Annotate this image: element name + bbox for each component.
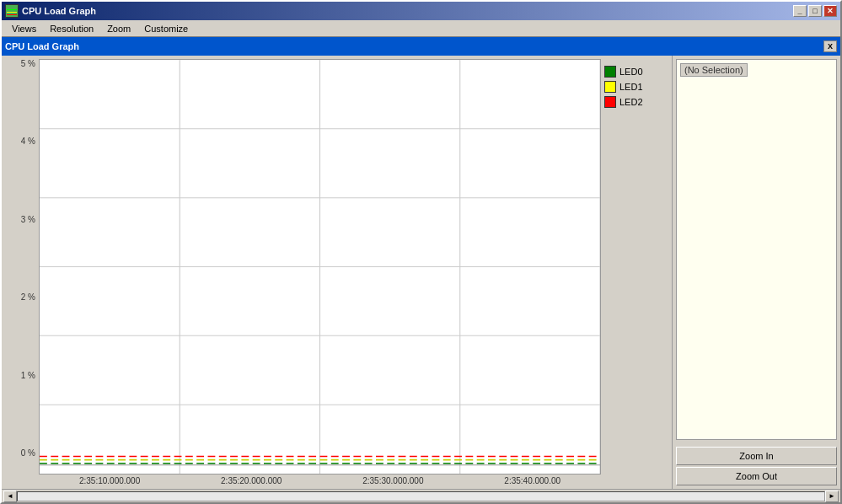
legend-color-led2 — [604, 96, 616, 108]
minimize-button[interactable]: _ — [793, 5, 807, 17]
x-label-1: 2:35:20.000.000 — [221, 476, 282, 485]
y-label-3: 3 % — [21, 215, 35, 224]
legend-color-led0 — [604, 66, 616, 78]
legend-item-led2: LED2 — [604, 96, 665, 108]
graph-container: 5 % 4 % 3 % 2 % 1 % 0 % — [2, 56, 672, 489]
right-panel: (No Selection) Zoom In Zoom Out — [672, 56, 840, 489]
graph-and-legend: LED0 LED1 LED2 — [39, 59, 668, 475]
y-label-1: 1 % — [21, 371, 35, 380]
legend-label-led2: LED2 — [619, 97, 643, 107]
title-bar-left: CPU Load Graph — [5, 4, 96, 18]
legend-color-led1 — [604, 81, 616, 93]
panel-title-bar: CPU Load Graph X — [2, 37, 840, 56]
window-title: CPU Load Graph — [22, 6, 96, 16]
x-label-2: 2:35:30.000.000 — [362, 476, 423, 485]
menu-zoom[interactable]: Zoom — [100, 22, 137, 35]
y-label-0: 0 % — [21, 448, 35, 458]
legend-item-led0: LED0 — [604, 66, 665, 78]
panel-close-button[interactable]: X — [823, 40, 837, 52]
close-button[interactable]: ✕ — [823, 5, 837, 17]
zoom-out-button[interactable]: Zoom Out — [676, 467, 837, 485]
scroll-track[interactable] — [17, 491, 825, 501]
scroll-left-arrow[interactable]: ◄ — [3, 491, 17, 502]
x-axis: 2:35:10.000.000 2:35:20.000.000 2:35:30.… — [5, 476, 668, 485]
content-area: 5 % 4 % 3 % 2 % 1 % 0 % — [2, 56, 840, 489]
menu-customize[interactable]: Customize — [137, 22, 195, 35]
svg-rect-2 — [7, 14, 17, 15]
legend-label-led0: LED0 — [619, 67, 643, 77]
zoom-buttons: Zoom In Zoom Out — [673, 443, 840, 489]
y-label-4: 4 % — [21, 137, 35, 146]
x-label-0: 2:35:10.000.000 — [79, 476, 140, 485]
zoom-in-button[interactable]: Zoom In — [676, 447, 837, 465]
window-controls: _ □ ✕ — [793, 5, 837, 17]
graph-svg — [40, 60, 600, 474]
main-content: CPU Load Graph X 5 % 4 % 3 % 2 % 1 % 0 % — [2, 37, 840, 502]
menu-resolution[interactable]: Resolution — [43, 22, 100, 35]
y-label-2: 2 % — [21, 292, 35, 302]
y-label-5: 5 % — [21, 59, 35, 68]
title-bar: CPU Load Graph _ □ ✕ — [2, 2, 840, 20]
main-window: CPU Load Graph _ □ ✕ Views Resolution Zo… — [0, 0, 842, 504]
graph-area[interactable] — [39, 59, 601, 475]
maximize-button[interactable]: □ — [808, 5, 822, 17]
app-icon — [5, 4, 19, 18]
svg-rect-1 — [7, 12, 17, 13]
legend-label-led1: LED1 — [619, 82, 643, 92]
panel-title: CPU Load Graph — [5, 41, 79, 51]
svg-rect-0 — [7, 9, 17, 10]
menu-bar: Views Resolution Zoom Customize — [2, 20, 840, 37]
scrollbar-area: ◄ ► — [2, 489, 840, 502]
x-label-3: 2:35:40.000.00 — [504, 476, 560, 485]
legend-item-led1: LED1 — [604, 81, 665, 93]
menu-views[interactable]: Views — [5, 22, 43, 35]
legend-area: LED0 LED1 LED2 — [601, 59, 668, 475]
selection-label: (No Selection) — [680, 63, 748, 77]
selection-panel: (No Selection) — [676, 59, 837, 440]
y-axis: 5 % 4 % 3 % 2 % 1 % 0 % — [5, 59, 39, 475]
graph-inner: 5 % 4 % 3 % 2 % 1 % 0 % — [5, 59, 668, 475]
scroll-right-arrow[interactable]: ► — [825, 491, 839, 502]
